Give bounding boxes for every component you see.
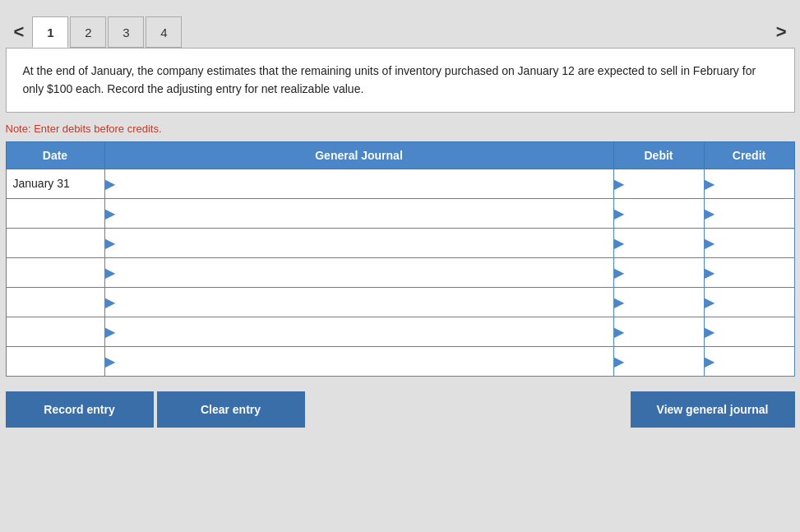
nav-right-arrow[interactable]: > <box>768 16 795 48</box>
question-box: At the end of January, the company estim… <box>6 48 795 113</box>
journal-cell-6[interactable]: ▶ <box>104 346 613 376</box>
journal-input-2[interactable] <box>117 229 613 257</box>
table-row: ▶▶▶ <box>6 257 794 287</box>
journal-input-5[interactable] <box>117 317 613 346</box>
table-row: January 31▶▶▶ <box>6 169 794 198</box>
journal-input-1[interactable] <box>117 199 613 228</box>
debit-input-6[interactable] <box>626 347 704 376</box>
journal-arrow-icon-3: ▶ <box>105 265 115 280</box>
debit-cell-6[interactable]: ▶ <box>613 346 704 376</box>
date-cell-6 <box>6 346 104 376</box>
nav-left-arrow[interactable]: < <box>6 16 33 48</box>
journal-cell-2[interactable]: ▶ <box>104 228 613 257</box>
debit-input-5[interactable] <box>626 317 704 346</box>
debit-arrow-icon-5: ▶ <box>614 324 624 340</box>
credit-input-0[interactable] <box>716 169 794 198</box>
date-cell-2 <box>6 228 104 257</box>
journal-cell-3[interactable]: ▶ <box>104 257 613 287</box>
debit-arrow-icon-6: ▶ <box>614 354 624 369</box>
credit-input-2[interactable] <box>716 229 794 257</box>
journal-cell-1[interactable]: ▶ <box>104 198 613 228</box>
credit-cell-2[interactable]: ▶ <box>704 228 794 257</box>
credit-input-5[interactable] <box>716 317 794 346</box>
journal-input-4[interactable] <box>117 288 613 317</box>
table-row: ▶▶▶ <box>6 198 794 228</box>
journal-cell-0[interactable]: ▶ <box>104 169 613 198</box>
table-row: ▶▶▶ <box>6 317 794 346</box>
tab-1[interactable]: 1 <box>32 16 68 48</box>
header-debit: Debit <box>613 141 704 169</box>
debit-arrow-icon-3: ▶ <box>614 265 624 280</box>
credit-cell-4[interactable]: ▶ <box>704 287 794 317</box>
credit-input-6[interactable] <box>716 347 794 376</box>
table-row: ▶▶▶ <box>6 287 794 317</box>
journal-input-0[interactable] <box>117 169 613 198</box>
credit-arrow-icon-6: ▶ <box>705 354 714 369</box>
debit-cell-2[interactable]: ▶ <box>613 228 704 257</box>
date-cell-1 <box>6 198 104 228</box>
date-cell-5 <box>6 317 104 346</box>
tab-4[interactable]: 4 <box>146 16 182 48</box>
journal-arrow-icon-1: ▶ <box>105 206 115 221</box>
journal-cell-4[interactable]: ▶ <box>104 287 613 317</box>
credit-arrow-icon-3: ▶ <box>705 265 714 280</box>
credit-cell-0[interactable]: ▶ <box>704 169 794 198</box>
debit-cell-0[interactable]: ▶ <box>613 169 704 198</box>
debit-input-3[interactable] <box>626 258 704 287</box>
journal-cell-5[interactable]: ▶ <box>104 317 613 346</box>
journal-input-6[interactable] <box>117 347 613 376</box>
debit-cell-1[interactable]: ▶ <box>613 198 704 228</box>
debit-input-1[interactable] <box>626 199 704 228</box>
credit-cell-5[interactable]: ▶ <box>704 317 794 346</box>
credit-input-4[interactable] <box>716 288 794 317</box>
journal-arrow-icon-4: ▶ <box>105 294 115 310</box>
credit-arrow-icon-1: ▶ <box>705 206 714 221</box>
credit-arrow-icon-4: ▶ <box>705 294 714 310</box>
question-text: At the end of January, the company estim… <box>23 64 756 95</box>
credit-cell-1[interactable]: ▶ <box>704 198 794 228</box>
tabs-row: < 1 2 3 4 > <box>6 16 795 48</box>
date-cell-0: January 31 <box>6 169 104 198</box>
debit-arrow-icon-2: ▶ <box>614 235 624 251</box>
header-journal: General Journal <box>104 141 613 169</box>
debit-cell-4[interactable]: ▶ <box>613 287 704 317</box>
clear-entry-button[interactable]: Clear entry <box>157 391 305 428</box>
debit-cell-5[interactable]: ▶ <box>613 317 704 346</box>
table-row: ▶▶▶ <box>6 346 794 376</box>
debit-input-4[interactable] <box>626 288 704 317</box>
header-date: Date <box>6 141 104 169</box>
credit-cell-6[interactable]: ▶ <box>704 346 794 376</box>
table-row: ▶▶▶ <box>6 228 794 257</box>
tab-3[interactable]: 3 <box>108 16 144 48</box>
journal-arrow-icon-0: ▶ <box>105 176 115 192</box>
debit-arrow-icon-1: ▶ <box>614 206 624 221</box>
tab-2[interactable]: 2 <box>70 16 106 48</box>
credit-arrow-icon-5: ▶ <box>705 324 714 340</box>
journal-arrow-icon-5: ▶ <box>105 324 115 340</box>
journal-arrow-icon-6: ▶ <box>105 354 115 369</box>
header-credit: Credit <box>704 141 794 169</box>
debit-input-0[interactable] <box>626 169 704 198</box>
view-general-journal-button[interactable]: View general journal <box>631 391 795 428</box>
debit-arrow-icon-0: ▶ <box>614 176 624 192</box>
date-cell-4 <box>6 287 104 317</box>
debit-cell-3[interactable]: ▶ <box>613 257 704 287</box>
record-entry-button[interactable]: Record entry <box>6 391 154 428</box>
credit-input-1[interactable] <box>716 199 794 228</box>
credit-cell-3[interactable]: ▶ <box>704 257 794 287</box>
debit-arrow-icon-4: ▶ <box>614 294 624 310</box>
credit-arrow-icon-2: ▶ <box>705 235 714 251</box>
date-cell-3 <box>6 257 104 287</box>
credit-input-3[interactable] <box>716 258 794 287</box>
journal-input-3[interactable] <box>117 258 613 287</box>
credit-arrow-icon-0: ▶ <box>705 176 714 192</box>
main-container: < 1 2 3 4 > At the end of January, the c… <box>6 8 795 436</box>
buttons-row: Record entry Clear entry View general jo… <box>6 391 795 428</box>
debit-input-2[interactable] <box>626 229 704 257</box>
journal-table: Date General Journal Debit Credit Januar… <box>6 141 795 377</box>
journal-arrow-icon-2: ▶ <box>105 235 115 251</box>
note-text: Note: Enter debits before credits. <box>6 123 795 135</box>
